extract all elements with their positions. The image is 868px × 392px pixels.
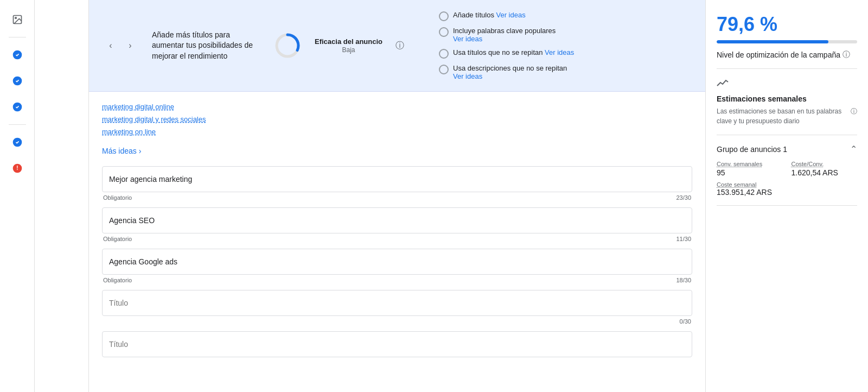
trend-icon xyxy=(717,78,857,90)
keyword-item-2[interactable]: marketing digital y redes sociales xyxy=(102,113,692,125)
group-chevron-icon[interactable]: ⌃ xyxy=(850,144,857,154)
group-header: Grupo de anuncios 1 ⌃ xyxy=(717,144,857,154)
sidebar-divider-2 xyxy=(9,124,26,125)
title-count-1: 23/30 xyxy=(676,194,691,201)
banner-quality: Eficacia del anuncio Baja xyxy=(315,37,382,54)
title-input-wrapper-4[interactable] xyxy=(102,290,692,316)
keyword-list: marketing digital online marketing digit… xyxy=(102,100,692,138)
title-input-wrapper-1[interactable] xyxy=(102,166,692,192)
estimations-help-icon[interactable]: ⓘ xyxy=(851,106,857,116)
error-circle-icon[interactable]: ! xyxy=(7,157,28,179)
tip-link-1[interactable]: Ver ideas xyxy=(496,11,526,19)
more-ideas-chevron-icon: › xyxy=(139,147,142,155)
banner-tips: Añade títulos Ver ideas Incluye palabras… xyxy=(439,11,574,80)
svg-text:!: ! xyxy=(16,165,18,171)
center-content: ‹ › Añade más títulos para aumentar tus … xyxy=(89,0,705,392)
ad-quality-chart xyxy=(273,31,302,60)
title-input-2[interactable] xyxy=(109,216,685,225)
check-circle-icon-2[interactable] xyxy=(7,70,28,92)
tip-row-4: Usa descripciones que no se repitanVer i… xyxy=(439,64,574,80)
stat-conv-label: Conv. semanales xyxy=(717,161,783,167)
banner-text: Añade más títulos para aumentar tus posi… xyxy=(152,30,260,62)
title-field-5 xyxy=(102,331,692,357)
title-label-3: Obligatorio xyxy=(103,277,132,283)
quality-help-icon[interactable]: ⓘ xyxy=(395,40,404,52)
score-bar-fill xyxy=(717,40,828,43)
optimization-label: Nivel de optimización de la campaña ⓘ xyxy=(717,50,857,60)
title-field-1: Obligatorio 23/30 xyxy=(102,166,692,201)
stat-weekly-cost-label: Coste semanal xyxy=(717,181,857,188)
title-meta-3: Obligatorio 18/30 xyxy=(102,277,692,283)
title-field-3: Obligatorio 18/30 xyxy=(102,249,692,283)
optimization-label-text: Nivel de optimización de la campaña xyxy=(717,50,840,59)
more-ideas-button[interactable]: Más ideas › xyxy=(102,147,692,155)
title-input-1[interactable] xyxy=(109,175,685,184)
image-icon[interactable] xyxy=(7,9,28,30)
stat-cost-conv-value: 1.620,54 ARS xyxy=(792,168,858,177)
title-input-5[interactable] xyxy=(109,340,685,349)
stat-cost-conv-label: Coste/Conv. xyxy=(792,161,858,167)
quality-value: Baja xyxy=(342,46,355,54)
optimization-score: 79,6 % xyxy=(717,13,857,36)
tip-link-2[interactable]: Ver ideas xyxy=(453,35,482,43)
svg-point-1 xyxy=(15,17,16,18)
title-input-wrapper-2[interactable] xyxy=(102,207,692,233)
estimations-desc: Las estimaciones se basan en tus palabra… xyxy=(717,106,857,126)
score-bar xyxy=(717,40,857,43)
right-panel: 79,6 % Nivel de optimización de la campa… xyxy=(705,0,868,392)
check-circle-icon-1[interactable] xyxy=(7,44,28,66)
banner-navigation: ‹ › xyxy=(102,37,139,54)
estimations-desc-text: Las estimaciones se basan en tus palabra… xyxy=(717,106,848,126)
stat-cost-conv-container: Coste/Conv. 1.620,54 ARS xyxy=(792,161,858,177)
next-button[interactable]: › xyxy=(122,37,139,54)
tip-row-2: Incluye palabras clave popularesVer idea… xyxy=(439,27,574,43)
scroll-area: marketing digital online marketing digit… xyxy=(89,92,705,392)
sidebar-divider-1 xyxy=(9,37,26,37)
estimations-title: Estimaciones semanales xyxy=(717,94,857,103)
keyword-item-3[interactable]: marketing on line xyxy=(102,125,692,138)
divider-3 xyxy=(717,205,857,206)
title-field-4: 0/30 xyxy=(102,290,692,325)
title-label-1: Obligatorio xyxy=(103,194,132,201)
sidebar: ! xyxy=(0,0,35,392)
optimization-help-icon[interactable]: ⓘ xyxy=(843,50,850,60)
tip-link-4[interactable]: Ver ideas xyxy=(453,72,482,80)
title-count-2: 11/30 xyxy=(676,236,691,242)
stat-weekly-cost-value: 153.951,42 ARS xyxy=(717,188,857,197)
title-label-2: Obligatorio xyxy=(103,236,132,242)
keyword-item-1[interactable]: marketing digital online xyxy=(102,100,692,113)
tip-row-3: Usa títulos que no se repitan Ver ideas xyxy=(439,48,574,59)
tip-circle-1 xyxy=(439,11,449,21)
title-meta-4: 0/30 xyxy=(102,318,692,325)
title-count-3: 18/30 xyxy=(676,277,691,283)
title-input-3[interactable] xyxy=(109,257,685,266)
check-circle-icon-3[interactable] xyxy=(7,96,28,118)
tip-circle-2 xyxy=(439,27,449,37)
top-banner: ‹ › Añade más títulos para aumentar tus … xyxy=(89,0,705,92)
title-count-4: 0/30 xyxy=(680,318,691,325)
title-field-2: Obligatorio 11/30 xyxy=(102,207,692,242)
tip-link-3[interactable]: Ver ideas xyxy=(545,48,574,56)
more-ideas-label: Más ideas xyxy=(102,147,137,155)
tip-row-1: Añade títulos Ver ideas xyxy=(439,11,574,21)
quality-label: Eficacia del anuncio xyxy=(315,37,382,47)
tip-text-3: Usa títulos que no se repitan Ver ideas xyxy=(453,48,574,56)
title-input-wrapper-3[interactable] xyxy=(102,249,692,275)
tip-text-2: Incluye palabras clave popularesVer idea… xyxy=(453,27,556,43)
tip-text-1: Añade títulos Ver ideas xyxy=(453,11,526,19)
tip-text-4: Usa descripciones que no se repitanVer i… xyxy=(453,64,567,80)
stat-conv-value: 95 xyxy=(717,168,783,177)
stat-conv-label-container: Conv. semanales 95 xyxy=(717,161,783,177)
divider-1 xyxy=(717,68,857,69)
group-name: Grupo de anuncios 1 xyxy=(717,145,787,154)
title-input-4[interactable] xyxy=(109,299,685,307)
tip-circle-3 xyxy=(439,49,449,59)
divider-2 xyxy=(717,135,857,135)
title-input-wrapper-5[interactable] xyxy=(102,331,692,357)
left-panel xyxy=(35,0,89,392)
check-circle-icon-4[interactable] xyxy=(7,131,28,153)
prev-button[interactable]: ‹ xyxy=(102,37,119,54)
title-meta-2: Obligatorio 11/30 xyxy=(102,236,692,242)
main-wrapper: ‹ › Añade más títulos para aumentar tus … xyxy=(35,0,868,392)
stats-grid: Conv. semanales 95 Coste/Conv. 1.620,54 … xyxy=(717,161,857,177)
